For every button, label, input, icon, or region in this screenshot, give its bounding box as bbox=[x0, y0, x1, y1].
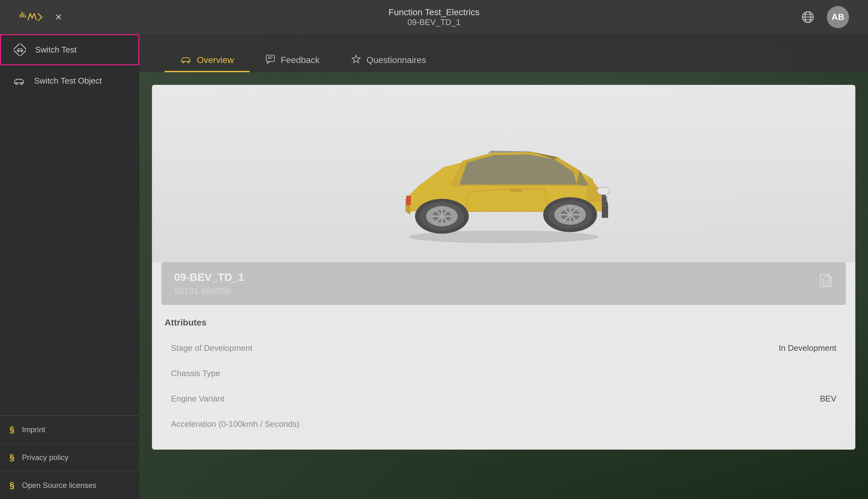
sidebar-footer-opensource[interactable]: § Open Source licenses bbox=[0, 471, 139, 499]
attribute-row-0: Stage of Development In Development bbox=[165, 335, 843, 361]
sidebar-label-switch-test-object: Switch Test Object bbox=[34, 76, 102, 86]
star-tab-icon bbox=[351, 54, 361, 66]
attribute-row-3: Acceleration (0-100kmh / Seconds) bbox=[165, 412, 843, 437]
header-logo: × bbox=[19, 9, 66, 25]
svg-point-11 bbox=[21, 51, 23, 52]
attributes-title: Attributes bbox=[165, 318, 843, 328]
attr-value-2: BEV bbox=[820, 394, 836, 404]
car-info-text: 09-BEV_TD_1 65131 656956 bbox=[174, 271, 244, 296]
feedback-tab-icon bbox=[265, 54, 275, 66]
opensource-icon: § bbox=[10, 480, 15, 490]
attr-label-0: Stage of Development bbox=[171, 343, 252, 353]
attr-value-0: In Development bbox=[779, 343, 836, 353]
car-id-subtitle: 65131 656956 bbox=[174, 286, 244, 296]
attributes-list: Stage of Development In Development Chas… bbox=[165, 335, 843, 437]
privacy-label: Privacy policy bbox=[22, 453, 69, 462]
car-image-area bbox=[152, 85, 855, 262]
svg-rect-42 bbox=[510, 189, 523, 192]
svg-point-12 bbox=[15, 83, 17, 85]
header-title-sub: 09-BEV_TD_1 bbox=[388, 17, 479, 27]
tabs-bar: Overview Feedback bbox=[139, 34, 868, 72]
car-id-title: 09-BEV_TD_1 bbox=[174, 271, 244, 283]
attribute-row-2: Engine Variant BEV bbox=[165, 386, 843, 412]
globe-icon bbox=[802, 11, 814, 23]
svg-point-24 bbox=[597, 187, 610, 195]
svg-point-13 bbox=[21, 83, 23, 85]
imprint-label: Imprint bbox=[22, 425, 45, 434]
sidebar-item-switch-test-object[interactable]: Switch Test Object bbox=[0, 65, 139, 96]
header-title-main: Function Test_Electrics bbox=[388, 7, 479, 17]
opensource-label: Open Source licenses bbox=[22, 481, 97, 490]
tab-overview-label: Overview bbox=[197, 55, 234, 65]
svg-marker-19 bbox=[352, 55, 360, 63]
attribute-row-1: Chassis Type bbox=[165, 361, 843, 386]
tab-overview[interactable]: Overview bbox=[165, 49, 250, 72]
svg-point-14 bbox=[183, 61, 184, 63]
document-icon[interactable] bbox=[819, 274, 833, 293]
attributes-section: Attributes Stage of Development In Devel… bbox=[152, 305, 855, 450]
attr-label-1: Chassis Type bbox=[171, 368, 220, 378]
tab-questionnaires[interactable]: Questionnaires bbox=[336, 49, 442, 72]
car-image bbox=[380, 98, 627, 250]
tab-feedback[interactable]: Feedback bbox=[250, 49, 336, 72]
sidebar: Switch Test Switch Test Object bbox=[0, 34, 139, 499]
language-button[interactable] bbox=[798, 8, 817, 27]
header: × Function Test_Electrics 09-BEV_TD_1 AB bbox=[0, 0, 868, 34]
svg-rect-25 bbox=[406, 196, 411, 205]
sidebar-nav: Switch Test Switch Test Object bbox=[0, 34, 139, 415]
content-area: Overview Feedback bbox=[139, 34, 868, 499]
svg-point-10 bbox=[18, 51, 19, 52]
diamond-car-icon bbox=[14, 44, 26, 56]
sidebar-footer: § Imprint § Privacy policy § Open Source… bbox=[0, 415, 139, 499]
user-avatar[interactable]: AB bbox=[827, 6, 849, 28]
main-panel[interactable]: 09-BEV_TD_1 65131 656956 bbox=[139, 72, 868, 499]
sidebar-footer-imprint[interactable]: § Imprint bbox=[0, 415, 139, 443]
imprint-icon: § bbox=[10, 425, 15, 435]
sidebar-label-switch-test: Switch Test bbox=[35, 45, 77, 55]
header-actions: AB bbox=[798, 6, 849, 28]
car-info-box: 09-BEV_TD_1 65131 656956 bbox=[161, 262, 846, 305]
svg-rect-9 bbox=[14, 44, 26, 56]
car-tab-icon bbox=[181, 55, 191, 65]
attr-label-2: Engine Variant bbox=[171, 394, 224, 404]
svg-point-15 bbox=[188, 61, 189, 63]
sidebar-item-switch-test[interactable]: Switch Test bbox=[0, 34, 139, 65]
vehicle-panel-card: 09-BEV_TD_1 65131 656956 bbox=[152, 85, 855, 450]
car-icon bbox=[13, 74, 25, 87]
tab-feedback-label: Feedback bbox=[281, 55, 320, 65]
main-layout: Switch Test Switch Test Object bbox=[0, 34, 868, 499]
tab-questionnaires-label: Questionnaires bbox=[367, 55, 426, 65]
header-title: Function Test_Electrics 09-BEV_TD_1 bbox=[388, 7, 479, 27]
privacy-icon: § bbox=[10, 452, 15, 463]
sidebar-footer-privacy[interactable]: § Privacy policy bbox=[0, 443, 139, 471]
attr-label-3: Acceleration (0-100kmh / Seconds) bbox=[171, 419, 299, 429]
logo-icon bbox=[19, 9, 44, 25]
close-button[interactable]: × bbox=[51, 9, 66, 25]
